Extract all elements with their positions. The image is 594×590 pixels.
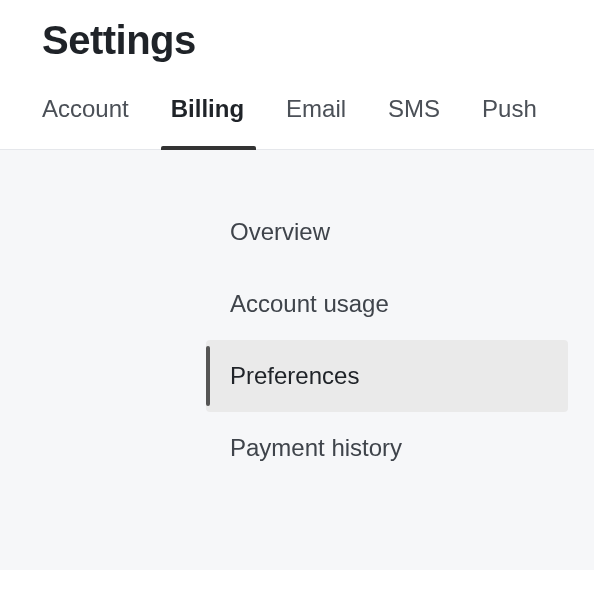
tab-account[interactable]: Account — [42, 95, 129, 149]
page-title: Settings — [42, 0, 594, 63]
tab-push[interactable]: Push — [482, 95, 537, 149]
tab-email[interactable]: Email — [286, 95, 346, 149]
tabs-nav: Account Billing Email SMS Push — [0, 63, 594, 150]
tab-billing[interactable]: Billing — [171, 95, 244, 149]
tab-sms[interactable]: SMS — [388, 95, 440, 149]
secondary-nav: Overview Account usage Preferences Payme… — [206, 196, 568, 484]
sidebar-item-preferences[interactable]: Preferences — [206, 340, 568, 412]
content-panel: Overview Account usage Preferences Payme… — [0, 150, 594, 570]
sidebar-item-account-usage[interactable]: Account usage — [206, 268, 568, 340]
sidebar-item-payment-history[interactable]: Payment history — [206, 412, 568, 484]
header: Settings — [0, 0, 594, 63]
sidebar-item-overview[interactable]: Overview — [206, 196, 568, 268]
